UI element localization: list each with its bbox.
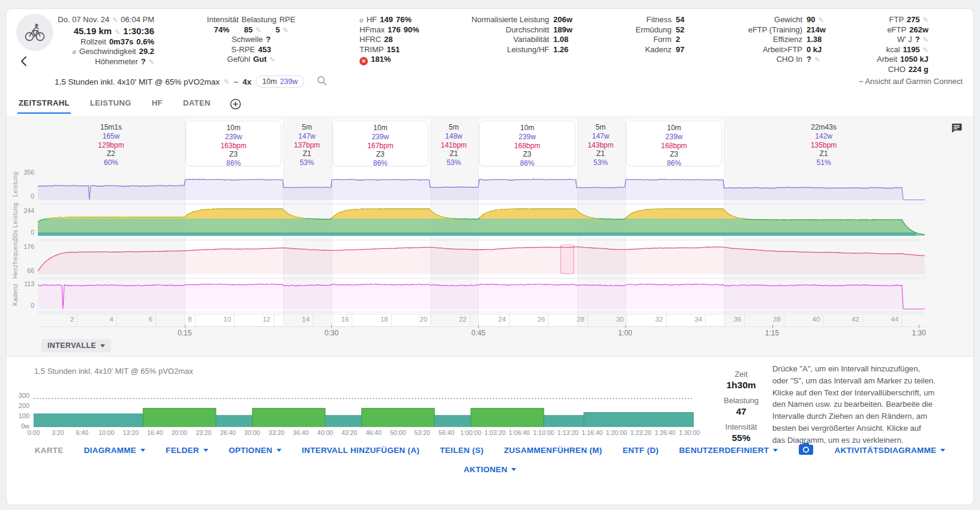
km-tick-label: 10 bbox=[223, 316, 234, 323]
km-tick bbox=[588, 314, 588, 326]
stat-label: Fitness bbox=[628, 15, 672, 25]
mini-x-tick-label: 53:20 bbox=[414, 429, 430, 436]
km-tick-label: 8 bbox=[188, 316, 194, 323]
interval-hr: 135bpm bbox=[724, 141, 924, 150]
stat-value: 262w bbox=[909, 25, 928, 35]
stats-column: IntensitätBelastungRPE74%85✎5✎Schwelle?S… bbox=[199, 15, 304, 65]
garmin-connect-link[interactable]: ~ Ansicht auf Garmin Connect bbox=[859, 77, 963, 86]
toolbar-button-label: AKTIVITÄTSDIAGRAMME bbox=[834, 446, 936, 455]
km-tick-label: 24 bbox=[498, 316, 509, 323]
mini-chart-svg[interactable] bbox=[34, 377, 694, 429]
timeline-chart[interactable]: INTERVALLE 15m1s165w129bpmZ260%10m239w16… bbox=[7, 116, 973, 356]
stat-label: CHO bbox=[888, 65, 906, 75]
interval-header-card[interactable]: 10m239w168bpmZ386% bbox=[626, 121, 722, 166]
interval-header-card[interactable]: 5m148w141bpmZ153% bbox=[430, 121, 478, 166]
km-tick-label: 28 bbox=[577, 316, 588, 323]
stat-value: 90% bbox=[404, 25, 419, 35]
mini-y-tick-label: 100 bbox=[7, 412, 29, 419]
edit-pencil-icon[interactable]: ✎ bbox=[269, 55, 275, 65]
interval-header-card[interactable]: 15m1s165w129bpmZ260% bbox=[38, 121, 184, 166]
edit-pencil-icon[interactable]: ✎ bbox=[814, 55, 820, 65]
toolbar-button-aktionen[interactable]: AKTIONEN bbox=[464, 465, 517, 474]
stat-value: 206w bbox=[553, 15, 573, 25]
stat-value: 189w bbox=[553, 25, 573, 35]
interval-header-card[interactable]: 10m239w168bpmZ386% bbox=[479, 121, 575, 166]
interval-zone: Z1 bbox=[724, 149, 924, 158]
tab-daten[interactable]: DATEN bbox=[182, 95, 212, 114]
toolbar-button-label: BENUTZERDEFINIERT bbox=[679, 446, 769, 455]
stat-value: ? bbox=[915, 35, 920, 45]
camera-icon[interactable] bbox=[798, 442, 814, 458]
stat-value: ? bbox=[266, 35, 271, 45]
stat-value: 0 kJ bbox=[807, 45, 822, 55]
interval-header-card[interactable]: 5m147w137bpmZ153% bbox=[283, 121, 331, 166]
stat-row: Gewicht90✎ bbox=[738, 15, 852, 25]
km-tick-label: 38 bbox=[773, 316, 784, 323]
edit-pencil-icon[interactable]: ✎ bbox=[115, 27, 120, 37]
edit-pencil-icon[interactable]: ✎ bbox=[923, 15, 928, 25]
stat-row: 45.19 km✎1:30:36 bbox=[47, 25, 154, 37]
toolbar-button-aktivitätsdiagramme[interactable]: AKTIVITÄTSDIAGRAMME bbox=[834, 446, 945, 455]
stat-label: TRIMP bbox=[359, 45, 383, 55]
interval-header-card[interactable]: 10m239w163bpmZ386% bbox=[185, 121, 281, 166]
tab-leistung[interactable]: LEISTUNG bbox=[89, 95, 133, 114]
add-tab-icon[interactable] bbox=[230, 98, 241, 112]
activity-title[interactable]: 1,5 Stunden inkl. 4x10' MIT @ 65% pVO2ma… bbox=[55, 77, 220, 86]
edit-pencil-icon[interactable]: ✎ bbox=[224, 78, 229, 86]
interval-pow: 239w bbox=[186, 133, 281, 142]
edit-pencil-icon[interactable]: ✎ bbox=[256, 25, 261, 35]
toolbar-button-entf-d-[interactable]: ENTF (D) bbox=[622, 446, 658, 455]
intervalle-dropdown[interactable]: INTERVALLE bbox=[41, 339, 111, 352]
stat-value: 1.26 bbox=[553, 45, 568, 55]
stat-label: HFmax bbox=[359, 25, 385, 35]
edit-pencil-icon[interactable]: ✎ bbox=[283, 25, 288, 35]
stat-row: Variabilität1.08 bbox=[470, 35, 599, 45]
toolbar-button-teilen-s-[interactable]: TEILEN (S) bbox=[440, 446, 484, 455]
y-axis-min-label: 0 bbox=[7, 302, 34, 309]
toolbar-button-felder[interactable]: FELDER bbox=[166, 446, 208, 455]
chevron-down-icon bbox=[140, 449, 145, 452]
stat-row: eFTP (Training)214w bbox=[738, 25, 852, 35]
km-tick bbox=[627, 314, 627, 326]
mini-x-tick-label: 1:06:40 bbox=[509, 429, 530, 436]
comment-icon[interactable] bbox=[951, 123, 963, 136]
stat-value: 453 bbox=[258, 45, 271, 55]
tab-hf[interactable]: HF bbox=[151, 95, 164, 114]
toolbar-button-zusammenführen-m-[interactable]: ZUSAMMENFÜHREN (M) bbox=[504, 446, 603, 455]
mini-x-tick-label: 6:40 bbox=[76, 429, 88, 436]
chevron-down-icon bbox=[511, 468, 516, 471]
interval-header-card[interactable]: 22m43s142w135bpmZ151% bbox=[724, 121, 924, 166]
search-icon[interactable] bbox=[317, 76, 327, 88]
km-tick-label: 40 bbox=[813, 316, 823, 323]
mini-x-tick-label: 1:23:20 bbox=[630, 429, 651, 436]
stat-row: HFmax17690% bbox=[359, 25, 443, 35]
mini-x-tick-label: 1:13:20 bbox=[558, 429, 579, 436]
stat-value: Gut bbox=[253, 55, 266, 65]
stat-row: Ermüdung52 bbox=[628, 25, 712, 35]
edit-pencil-icon[interactable]: ✎ bbox=[923, 35, 928, 45]
mini-x-tick-label: 40:00 bbox=[317, 429, 333, 436]
edit-pencil-icon[interactable]: ✎ bbox=[818, 15, 823, 25]
tab-zeitstrahl[interactable]: ZEITSTRAHL bbox=[17, 95, 71, 114]
stat-value: 2 bbox=[676, 35, 680, 45]
edit-pencil-icon[interactable]: ✎ bbox=[149, 57, 154, 67]
toolbar-button-intervall-hinzufügen-a-[interactable]: INTERVALL HINZUFÜGEN (A) bbox=[302, 446, 419, 455]
stat-label: Gefühl bbox=[227, 55, 250, 65]
toolbar-button-benutzerdefiniert[interactable]: BENUTZERDEFINIERT bbox=[679, 446, 778, 455]
toolbar-button-diagramme[interactable]: DIAGRAMME bbox=[84, 446, 145, 455]
edit-pencil-icon[interactable]: ✎ bbox=[112, 15, 118, 25]
toolbar-button-label: KARTE bbox=[35, 446, 64, 455]
interval-header-card[interactable]: 5m147w143bpmZ153% bbox=[577, 121, 625, 166]
mini-x-tick-label: 1:20:00 bbox=[606, 429, 627, 436]
interval-pow: 142w bbox=[724, 132, 924, 141]
intervalle-label: INTERVALLE bbox=[47, 341, 96, 350]
mini-x-tick-label: 1:26:40 bbox=[655, 429, 676, 436]
main-chart-svg[interactable] bbox=[38, 169, 925, 314]
toolbar-button-optionen[interactable]: OPTIONEN bbox=[229, 446, 281, 455]
stat-row: Normalisierte Leistung206w bbox=[470, 15, 599, 25]
edit-pencil-icon[interactable]: ✎ bbox=[923, 45, 928, 55]
km-tick bbox=[352, 314, 352, 326]
interval-summary-pill[interactable]: 10m 239w bbox=[256, 76, 304, 88]
interval-header-card[interactable]: 10m239w167bpmZ386% bbox=[332, 121, 428, 166]
stat-value: ⌀ bbox=[359, 15, 364, 25]
